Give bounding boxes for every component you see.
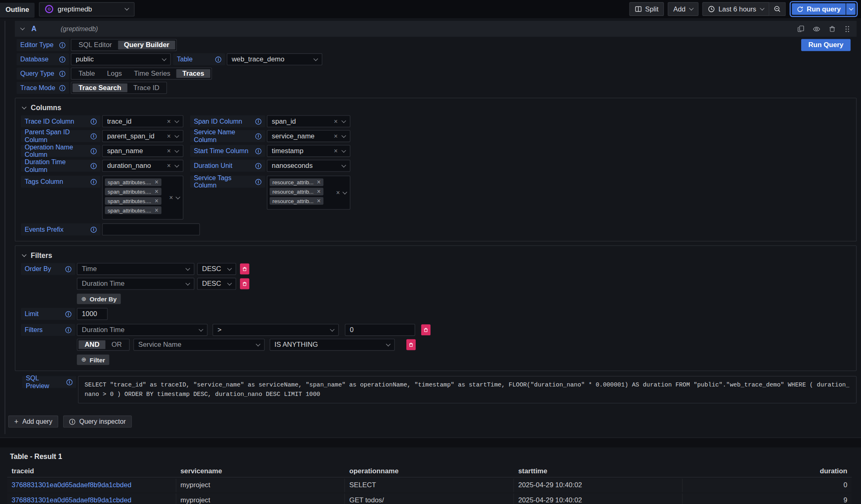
tab-sql-editor[interactable]: SQL Editor: [73, 41, 118, 49]
time-range-button[interactable]: Last 6 hours: [702, 2, 769, 16]
limit-input[interactable]: 1000: [77, 308, 108, 320]
remove-tag-icon[interactable]: ×: [317, 179, 321, 185]
info-icon[interactable]: i: [59, 70, 66, 77]
chevron-down-icon[interactable]: [342, 163, 346, 167]
clear-icon[interactable]: ×: [167, 163, 171, 169]
chevron-down-icon[interactable]: [313, 56, 318, 61]
remove-tag-icon[interactable]: ×: [154, 207, 158, 213]
info-icon[interactable]: i: [255, 148, 261, 154]
order-by-direction-select[interactable]: DESC: [197, 278, 236, 289]
query-inspector-button[interactable]: i Query inspector: [63, 416, 132, 427]
collapse-section-icon[interactable]: [22, 105, 26, 109]
remove-tag-icon[interactable]: ×: [317, 198, 321, 204]
info-icon[interactable]: i: [59, 42, 66, 48]
filter-operator-select[interactable]: >: [213, 324, 339, 336]
info-icon[interactable]: i: [91, 118, 97, 124]
order-by-direction-select[interactable]: DESC: [197, 263, 236, 275]
filter-value-input[interactable]: 0: [345, 324, 415, 336]
remove-order-by-button[interactable]: [240, 263, 249, 274]
info-icon[interactable]: i: [91, 226, 97, 233]
datasource-picker[interactable]: greptimedb: [39, 2, 134, 16]
remove-tag-icon[interactable]: ×: [154, 188, 158, 195]
trace-id-column-select[interactable]: trace_id ×: [102, 115, 183, 127]
remove-tag-icon[interactable]: ×: [154, 179, 158, 185]
clear-icon[interactable]: ×: [167, 118, 171, 124]
chevron-down-icon[interactable]: [342, 148, 346, 152]
column-header-starttime[interactable]: starttime: [514, 466, 683, 477]
columns-section-header[interactable]: Columns: [23, 104, 851, 112]
order-by-field-select[interactable]: Time: [77, 263, 195, 275]
info-icon[interactable]: i: [215, 56, 222, 62]
zoom-out-time-button[interactable]: [769, 2, 786, 16]
service-name-column-select[interactable]: service_name ×: [267, 130, 351, 142]
info-icon[interactable]: i: [255, 133, 261, 139]
info-icon[interactable]: i: [66, 327, 72, 333]
filter-field-select[interactable]: Duration Time: [77, 324, 208, 336]
remove-filter-button[interactable]: [406, 339, 416, 350]
chevron-down-icon[interactable]: [176, 194, 180, 199]
tab-table[interactable]: Table: [73, 69, 101, 78]
tab-trace-id[interactable]: Trace ID: [127, 84, 165, 92]
info-icon[interactable]: i: [59, 85, 66, 91]
tab-query-builder[interactable]: Query Builder: [118, 41, 175, 49]
add-filter-button[interactable]: ⊕ Filter: [77, 355, 110, 365]
collapse-section-icon[interactable]: [22, 252, 26, 257]
delete-query-icon[interactable]: [829, 25, 836, 32]
chevron-down-icon[interactable]: [186, 266, 190, 270]
remove-tag-icon[interactable]: ×: [317, 188, 321, 195]
info-icon[interactable]: i: [255, 118, 261, 124]
chevron-down-icon[interactable]: [386, 341, 390, 346]
info-icon[interactable]: i: [66, 379, 73, 385]
remove-tag-icon[interactable]: ×: [154, 198, 158, 204]
clear-icon[interactable]: ×: [167, 148, 171, 154]
database-select[interactable]: public: [71, 53, 171, 65]
clear-icon[interactable]: ×: [334, 148, 338, 154]
logic-or-option[interactable]: OR: [106, 340, 128, 349]
remove-filter-button[interactable]: [421, 324, 430, 335]
info-icon[interactable]: i: [66, 311, 72, 317]
start-time-column-select[interactable]: timestamp ×: [267, 145, 351, 157]
chevron-down-icon[interactable]: [174, 163, 179, 167]
service-tags-column-multiselect[interactable]: resource_attrib...× resource_attrib...× …: [267, 176, 351, 210]
chevron-down-icon[interactable]: [342, 190, 347, 194]
run-query-caret-button[interactable]: [846, 3, 856, 15]
tags-column-multiselect[interactable]: span_attributes....× span_attributes....…: [102, 176, 183, 219]
chevron-down-icon[interactable]: [256, 341, 260, 346]
chevron-down-icon[interactable]: [227, 266, 232, 270]
drag-handle-icon[interactable]: [844, 25, 851, 33]
add-order-by-button[interactable]: ⊕ Order By: [77, 294, 121, 304]
info-icon[interactable]: i: [91, 163, 97, 169]
clear-icon[interactable]: ×: [334, 118, 338, 124]
filter-field-select[interactable]: Service Name: [134, 339, 265, 350]
span-id-column-select[interactable]: span_id ×: [267, 115, 351, 127]
chevron-down-icon[interactable]: [162, 56, 166, 61]
column-header-duration[interactable]: duration: [683, 466, 852, 477]
tab-logs[interactable]: Logs: [101, 69, 128, 78]
chevron-down-icon[interactable]: [199, 327, 203, 331]
chevron-down-icon[interactable]: [330, 327, 334, 331]
clear-icon[interactable]: ×: [334, 133, 338, 139]
tab-traces[interactable]: Traces: [177, 69, 211, 78]
info-icon[interactable]: i: [91, 179, 97, 185]
chevron-down-icon[interactable]: [342, 133, 346, 138]
column-header-operationname[interactable]: operationname: [345, 466, 514, 477]
duplicate-query-icon[interactable]: [798, 25, 804, 32]
add-query-button[interactable]: + Add query: [8, 416, 58, 427]
order-by-field-select[interactable]: Duration Time: [77, 278, 195, 289]
column-header-traceid[interactable]: traceid: [7, 466, 176, 477]
filter-operator-select[interactable]: IS ANYTHING: [270, 339, 395, 350]
table-select[interactable]: web_trace_demo: [227, 53, 322, 65]
chevron-down-icon[interactable]: [174, 148, 179, 152]
split-button[interactable]: Split: [629, 2, 664, 16]
remove-order-by-button[interactable]: [240, 278, 249, 289]
chevron-down-icon[interactable]: [174, 133, 179, 138]
info-icon[interactable]: i: [91, 133, 97, 139]
filters-section-header[interactable]: Filters: [23, 251, 851, 260]
info-icon[interactable]: i: [255, 179, 261, 185]
logic-and-option[interactable]: AND: [79, 340, 106, 349]
outline-button[interactable]: Outline: [0, 2, 35, 17]
chevron-down-icon[interactable]: [342, 118, 346, 123]
duration-time-column-select[interactable]: duration_nano ×: [102, 160, 183, 172]
events-prefix-input[interactable]: [102, 224, 200, 235]
clear-all-icon[interactable]: ×: [169, 194, 173, 201]
